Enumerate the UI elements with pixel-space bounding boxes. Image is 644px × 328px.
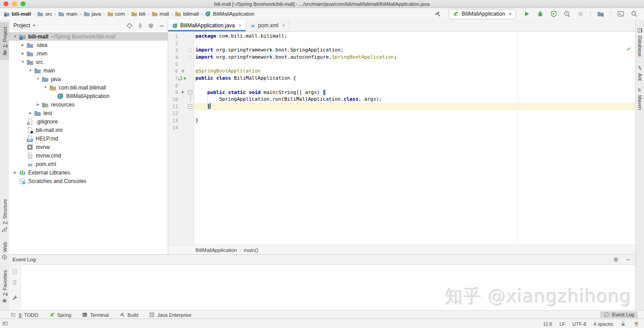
- tree-item-mvnw-cmd[interactable]: mvnw.cmd: [9, 151, 168, 160]
- code-line[interactable]: }: [194, 117, 635, 124]
- run-configuration-select[interactable]: BiliMallApplication▼: [449, 9, 516, 19]
- run-button[interactable]: [522, 9, 531, 18]
- tool-window-button-event-log[interactable]: Event Log: [600, 311, 638, 318]
- tree-toggle-expanded[interactable]: ▼: [34, 77, 42, 81]
- tree-item-idea[interactable]: ▶.idea: [9, 41, 168, 49]
- tool-button-1-project[interactable]: 1: Project: [0, 22, 9, 60]
- settings-wrench-icon[interactable]: [12, 295, 18, 301]
- fold-marker-icon[interactable]: [188, 104, 192, 109]
- tree-toggle-collapsed[interactable]: ▶: [34, 102, 42, 106]
- build-button[interactable]: [433, 9, 442, 18]
- close-tab-icon[interactable]: ×: [238, 22, 242, 29]
- clear-all-icon[interactable]: [12, 279, 18, 285]
- fold-marker-icon[interactable]: [188, 90, 192, 94]
- run-small-icon[interactable]: [183, 76, 187, 81]
- tree-item-pom-xml[interactable]: mpom.xml: [9, 160, 168, 168]
- code-line[interactable]: public class BiliMallApplication {: [194, 75, 635, 82]
- tool-window-button-spring[interactable]: Spring: [49, 312, 72, 318]
- status-item-file-encoding[interactable]: UTF-8: [572, 321, 586, 327]
- tree-item-test[interactable]: ▶test: [9, 109, 168, 117]
- tool-button-maven[interactable]: mMaven: [636, 85, 644, 112]
- code-line[interactable]: import org.springframework.boot.SpringAp…: [194, 47, 635, 54]
- hector-icon[interactable]: [633, 321, 640, 327]
- status-item-caret-position[interactable]: 11:6: [543, 321, 552, 327]
- status-item-indent-size[interactable]: 4 spaces: [593, 321, 613, 327]
- code-line[interactable]: }: [194, 103, 635, 110]
- tree-toggle-collapsed[interactable]: ▶: [19, 43, 26, 47]
- code-line[interactable]: [194, 61, 635, 68]
- tree-item-gitignore[interactable]: .gitignore: [9, 117, 168, 126]
- tool-button-web[interactable]: Web: [0, 239, 9, 263]
- breadcrumb-item-bili-mall[interactable]: bili-mall: [4, 11, 31, 17]
- breadcrumb-item-com[interactable]: com: [107, 11, 125, 17]
- tool-button-2-favorites[interactable]: 2: Favorites: [0, 266, 9, 307]
- close-tab-icon[interactable]: ×: [282, 22, 285, 29]
- tree-item-com-bili-mall-bilimall[interactable]: ▼com.bili.mall.bilimall: [9, 83, 168, 92]
- tree-item-scratches-and-consoles[interactable]: Scratches and Consoles: [9, 177, 168, 185]
- profiler-button[interactable]: [563, 9, 572, 18]
- tool-window-button-6-todo[interactable]: 6: TODO: [11, 312, 38, 318]
- code-line[interactable]: public static void main(String[] args) {: [194, 89, 635, 96]
- code-line[interactable]: [194, 124, 635, 131]
- breadcrumb-item-main[interactable]: main: [58, 11, 77, 17]
- tree-toggle-collapsed[interactable]: ▶: [19, 51, 26, 55]
- spring-leaf-gutter-icon[interactable]: [181, 69, 185, 73]
- fold-marker-icon[interactable]: [188, 48, 192, 52]
- tree-toggle-expanded[interactable]: ▼: [12, 34, 19, 38]
- tree-item-help-md[interactable]: MDHELP.md: [9, 134, 168, 143]
- run-small-icon[interactable]: [181, 90, 185, 94]
- tree-item-mvnw[interactable]: mvnw: [9, 143, 168, 151]
- code-line[interactable]: [194, 110, 635, 117]
- tree-item-bili-mall-iml[interactable]: bili-mall.iml: [9, 126, 168, 134]
- tree-item-external-libraries[interactable]: ▶External Libraries: [9, 168, 168, 177]
- code-line[interactable]: [194, 82, 635, 89]
- editor-breadcrumb-main[interactable]: main(): [244, 247, 258, 253]
- gear-icon[interactable]: [148, 22, 154, 29]
- breadcrumb-item-bilimallapplication[interactable]: CBiliMallApplication: [205, 11, 254, 17]
- tree-item-main[interactable]: ▼main: [9, 66, 168, 75]
- tree-item-bilimallapplication[interactable]: CBiliMallApplication: [9, 92, 168, 100]
- breadcrumb-item-bilimall[interactable]: bilimall: [175, 11, 199, 17]
- editor-surface[interactable]: 1234567891011121314 package com.bili.mal…: [168, 32, 635, 245]
- code-line[interactable]: @SpringBootApplication: [194, 68, 635, 75]
- code-line[interactable]: SpringApplication.run(BiliMallApplicatio…: [194, 96, 635, 103]
- project-structure-button[interactable]: [596, 9, 605, 18]
- tool-window-button-terminal[interactable]: Terminal: [82, 312, 109, 318]
- tree-item-resources[interactable]: ▶resources: [9, 100, 168, 109]
- hide-panel-icon[interactable]: [158, 22, 165, 29]
- lock-open-icon[interactable]: [620, 321, 626, 327]
- hide-panel-icon[interactable]: [625, 256, 631, 263]
- code-line[interactable]: import org.springframework.boot.autoconf…: [194, 54, 635, 61]
- tree-toggle-expanded[interactable]: ▼: [19, 60, 26, 64]
- tool-button-ant[interactable]: Ant: [636, 64, 644, 81]
- status-item-line-separator[interactable]: LF: [559, 321, 565, 327]
- tree-toggle-expanded[interactable]: ▼: [42, 85, 49, 89]
- tool-window-button-java-enterprise[interactable]: Java Enterprise: [149, 312, 191, 318]
- tree-item-bili-mall[interactable]: ▼bili-mall~/Spring Boot/work/bili-mall: [9, 32, 168, 41]
- fold-marker-icon[interactable]: [188, 55, 192, 59]
- tab-bilimallapplication-java[interactable]: CBiliMallApplication.java×: [168, 20, 246, 31]
- toggle-toolwindows-icon[interactable]: [2, 321, 8, 327]
- chevron-down-icon[interactable]: ▼: [32, 24, 36, 28]
- code-line[interactable]: package com.bili.mall.bilimall;: [194, 33, 635, 40]
- run-anything-button[interactable]: [616, 9, 625, 18]
- tool-button-7-structure[interactable]: 7: Structure: [0, 196, 9, 236]
- search-everywhere-button[interactable]: [630, 9, 639, 18]
- stop-button[interactable]: [576, 9, 585, 18]
- editor-breadcrumb-bilimallapplication[interactable]: BiliMallApplication: [195, 247, 237, 253]
- tool-button-database[interactable]: Database: [636, 24, 644, 60]
- gear-icon[interactable]: [613, 256, 619, 263]
- tree-toggle-collapsed[interactable]: ▶: [12, 170, 19, 175]
- spring-bean-icon[interactable]: [178, 76, 182, 81]
- breadcrumb-item-java[interactable]: java: [84, 11, 101, 17]
- tree-toggle-expanded[interactable]: ▼: [27, 68, 34, 72]
- breadcrumb-item-bili[interactable]: bili: [131, 11, 145, 17]
- tree-item-java[interactable]: ▼java: [9, 75, 168, 83]
- code-line[interactable]: [194, 40, 635, 47]
- debug-button[interactable]: [536, 9, 545, 18]
- tree-item-src[interactable]: ▼src: [9, 58, 168, 66]
- tree-toggle-collapsed[interactable]: ▶: [27, 111, 34, 115]
- breadcrumb-item-src[interactable]: src: [37, 11, 52, 17]
- mark-all-read-icon[interactable]: [12, 268, 18, 275]
- breadcrumb-item-mall[interactable]: mall: [152, 11, 169, 17]
